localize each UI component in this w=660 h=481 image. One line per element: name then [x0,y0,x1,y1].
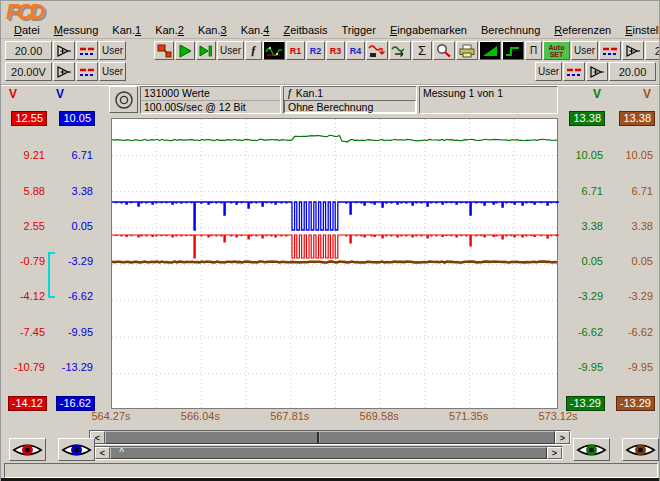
red-blue-lines-icon [79,45,95,57]
step-display-button[interactable] [502,41,524,60]
menu-item-eingabemarken[interactable]: Eingabemarken [383,23,474,37]
channel4-range-display[interactable]: 20.00 [609,62,656,81]
channel-label: ƒ Kan.1 [284,87,416,100]
print-button[interactable] [456,41,478,60]
axis-tick-value: -3.29 [49,255,95,267]
axis-unit-label: V [607,87,655,107]
channel-blue-visibility-button[interactable] [58,438,95,461]
status-bar [4,463,658,478]
user-scale-button-right-2[interactable]: User [535,62,562,81]
waveform-icon [265,44,283,58]
menu-item-referenzen[interactable]: Referenzen [547,23,618,37]
ramp-display-button[interactable] [479,41,501,60]
axis-tick-value: 3.38 [49,185,95,197]
x-tick-label: 564.27s [91,410,130,422]
channel-red-visibility-button[interactable] [9,438,46,461]
menu-item-kan4[interactable]: Kan.4 [234,23,277,37]
axis-column-brown: V13.3810.056.713.380.05-3.29-6.62-9.95-1… [607,87,655,411]
left-axis: V12.559.215.882.55-0.79-4.12-7.45-10.79-… [1,87,97,411]
eye-icon [624,440,657,460]
menu-item-kan3[interactable]: Kan.3 [191,23,234,37]
axis-unit-label: V [49,87,95,107]
menu-item-trigger[interactable]: Trigger [334,23,382,37]
zoom-button[interactable] [433,41,455,60]
amplifier-button-right-1[interactable] [622,41,644,60]
axis-range-value: 12.55 [11,111,47,126]
x-tick-label: 569.58s [360,410,399,422]
sum-button[interactable]: Σ [412,41,432,60]
single-measurement-button[interactable] [196,41,216,60]
overview-scroll-right-button[interactable]: > [547,447,562,459]
channel3-range-display[interactable]: 20.00 [645,41,660,60]
overview-scrollbar: < ^ > [94,446,563,460]
copy-to-reference-button[interactable] [366,41,388,60]
menu-item-kan1[interactable]: Kan.1 [105,23,148,37]
menu-item-kan2[interactable]: Kan.2 [148,23,191,37]
trace-kan3 [112,135,557,142]
trace-style-button-right-1[interactable] [599,41,621,60]
restore-from-reference-button[interactable] [389,41,411,60]
axis-range-value: 13.38 [569,111,605,126]
x-tick-label: 571.35s [449,410,488,422]
scrollbar-track[interactable] [105,431,555,444]
amplifier-icon [589,65,605,79]
toolbar-row-2: 20.00V User User 20.00 [5,62,656,82]
overview-scroll-left-button[interactable]: < [95,447,110,459]
pulse-button[interactable]: Π [525,41,542,60]
menu-item-einstellungen[interactable]: Einstellungen [618,23,660,37]
channel-brown-visibility-button[interactable] [622,438,659,461]
reference-4-button[interactable]: R4 [346,41,365,60]
play-icon [178,44,192,58]
menu-item-datei[interactable]: Datei [7,23,47,37]
axis-tick-value: -4.12 [2,290,47,302]
reference-2-button[interactable]: R2 [306,41,325,60]
menu-bar: DateiMessungKan.1Kan.2Kan.3Kan.4Zeitbasi… [1,22,659,39]
axis-tick-value: -3.29 [607,290,655,302]
axis-unit-label: V [559,87,605,107]
axis-tick-value: 0.05 [49,220,95,232]
reference-3-button[interactable]: R3 [326,41,345,60]
overview-track[interactable]: ^ [110,447,547,459]
axis-range-value: -13.29 [616,396,655,411]
channel-green-visibility-button[interactable] [573,438,610,461]
y-range-cursor[interactable] [48,252,55,298]
scroll-right-button[interactable]: > [555,431,570,444]
channel2-range-display[interactable]: 20.00V [5,62,52,81]
overview-thumb[interactable]: ^ [110,447,547,459]
menu-item-berechnung[interactable]: Berechnung [474,23,547,37]
user-scale-button-2[interactable]: User [99,62,126,81]
overview-position-marker: ^ [119,446,124,456]
axis-tick-value: 6.71 [559,185,605,197]
toolbar-row-1: 20.00 User User ƒ R1 R2 R3 R4 [5,41,656,61]
user-scale-button-1[interactable]: User [99,41,126,60]
function-button[interactable]: ƒ [245,41,262,60]
trace-style-button[interactable] [76,41,98,60]
autoset-button[interactable]: Auto SET [543,41,570,60]
channel1-range-display[interactable]: 20.00 [5,41,52,60]
axis-column-red: V12.559.215.882.55-0.79-4.12-7.45-10.79-… [2,87,47,411]
axis-column-green: V13.3810.056.713.380.05-3.29-6.62-9.95-1… [559,87,605,411]
trace-style-button-2[interactable] [76,62,98,81]
connect-device-button[interactable] [154,41,174,60]
axis-tick-value: 2.55 [2,220,47,232]
green-step-icon [504,44,522,58]
user-action-button[interactable]: User [217,41,244,60]
target-circles-icon [114,90,134,110]
amplifier-button-right-2[interactable] [586,62,608,81]
scrollbar-thumb[interactable] [105,431,555,444]
waveform-display-button[interactable] [263,41,285,60]
acquisition-info-panel: 131000 Werte 100.00S/sec @ 12 Bit [140,86,281,114]
record-mode-button[interactable] [109,86,138,113]
axis-tick-value: -9.95 [559,361,605,373]
menu-item-messung[interactable]: Messung [47,23,106,37]
plot-area[interactable] [111,118,558,409]
start-measurement-button[interactable] [175,41,195,60]
trace-style-button-right-2[interactable] [563,62,585,81]
scrollbar-split-handle[interactable] [317,432,320,443]
reference-1-button[interactable]: R1 [286,41,305,60]
amplifier-button[interactable] [53,41,75,60]
user-scale-button-right-1[interactable]: User [571,41,598,60]
menu-item-zeitbasis[interactable]: Zeitbasis [276,23,334,37]
amplifier-button-2[interactable] [53,62,75,81]
axis-tick-value: 6.71 [49,149,95,161]
